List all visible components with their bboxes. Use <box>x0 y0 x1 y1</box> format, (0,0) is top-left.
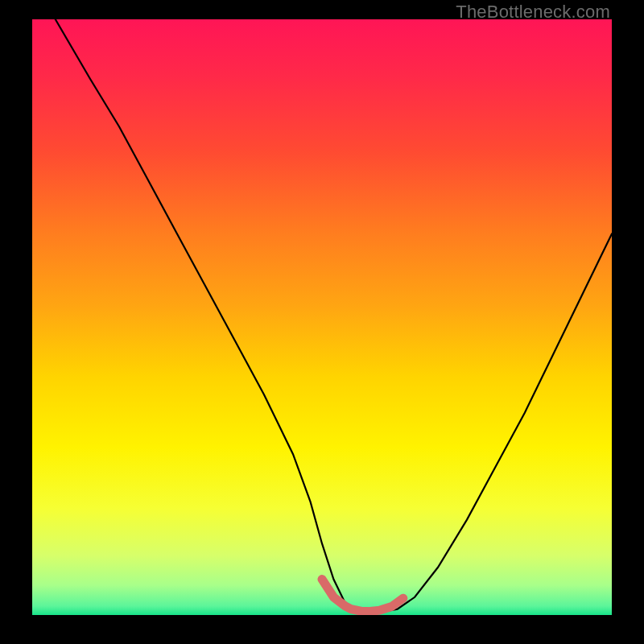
curve-layer <box>32 19 612 615</box>
bottleneck-curve <box>56 19 612 612</box>
plot-area <box>32 19 612 615</box>
chart-frame: TheBottleneck.com <box>0 0 644 644</box>
trough-highlight <box>322 580 403 612</box>
